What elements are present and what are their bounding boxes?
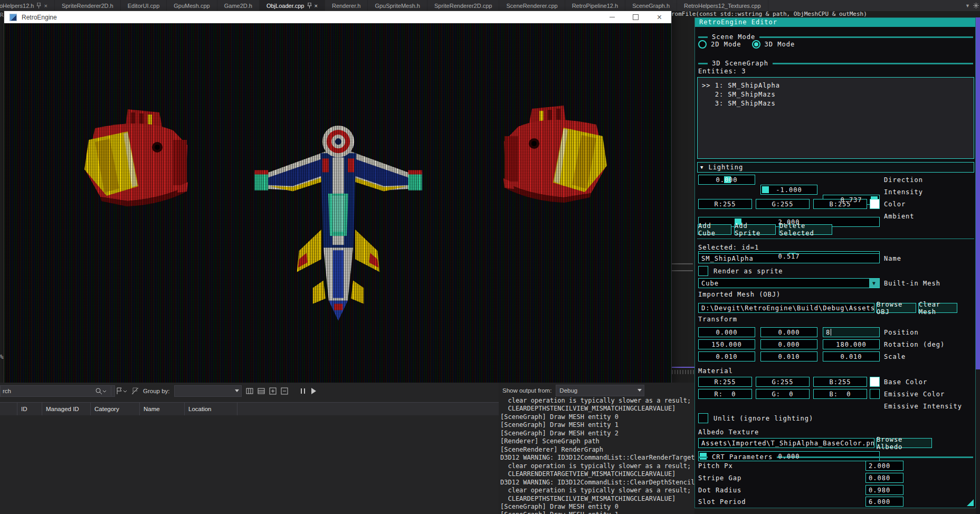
column-header-id[interactable]: ID [17,403,42,415]
close-icon[interactable]: × [315,3,318,9]
column-header-name[interactable]: Name [140,403,185,415]
tab-retropipeline12[interactable]: RetroPipeline12.h [565,0,625,11]
tab-spriterenderer2d-cpp[interactable]: SpriteRenderer2D.cpp [427,0,499,11]
list-item[interactable]: >> 1: SM_ShipAlpha [702,82,780,89]
chevron-down-icon[interactable]: ▼ [965,3,970,8]
resize-grip[interactable] [967,499,974,506]
light-color-g[interactable]: G:255 [756,199,810,209]
albedo-path-input[interactable]: Assets\Imported\T_ShipAlpha_BaseColor.pn… [698,438,874,448]
chevron-down-icon[interactable]: ▼ [869,279,879,288]
position-z-field[interactable]: 8 [823,327,880,337]
unlit-checkbox[interactable] [698,413,708,423]
tab-gpuspritemesh[interactable]: GpuSpriteMesh.h [368,0,427,11]
expand-all-icon[interactable] [269,387,277,395]
tab-spriterenderer2d-h[interactable]: SpriteRenderer2D.h [55,0,121,11]
builtin-mesh-combo[interactable]: Cube ▼ [698,278,880,288]
tab-scenerenderer[interactable]: SceneRenderer.cpp [499,0,565,11]
text-caret [831,329,831,336]
close-button[interactable]: × [648,11,671,23]
base-color-r[interactable]: R:255 [698,377,752,387]
position-x-field[interactable]: 0.000 [698,327,755,337]
columns-icon[interactable] [246,387,253,395]
minimap-fragment [672,370,694,374]
column-header-managed-id[interactable]: Managed ID [42,403,91,415]
pause-icon[interactable] [300,387,306,395]
rotation-y-field[interactable]: 0.000 [760,339,817,349]
tab-editorui[interactable]: EditorUI.cpp [121,0,167,11]
scale-z-field[interactable]: 0.010 [823,351,880,361]
list-item[interactable]: 2: SM_ShipMazs [702,91,776,98]
clear-mesh-button[interactable]: Clear Mesh [918,303,957,313]
tab-options-icon[interactable] [973,1,979,11]
emissive-color-b[interactable]: B: 0 [813,389,867,399]
radio-3d-mode[interactable] [752,40,760,49]
radio-2d-mode[interactable] [698,40,707,49]
rotation-x-field[interactable]: 150.000 [698,339,755,349]
render-as-sprite-checkbox[interactable] [698,266,708,276]
base-color-b[interactable]: B:255 [813,377,867,387]
group-by-combo[interactable] [174,385,242,397]
base-color-g[interactable]: G:255 [756,377,810,387]
emissive-color-r[interactable]: R: 0 [698,389,752,399]
play-icon[interactable] [310,387,317,395]
add-cube-button[interactable]: Add Cube [698,224,731,235]
panel-title-bar[interactable]: RetroEngine Editor [695,18,975,27]
lighting-header[interactable]: ▼ Lighting [697,162,974,173]
threads-table-body[interactable] [0,415,499,514]
minimize-button[interactable] [600,11,624,23]
app-icon [9,14,17,21]
emissive-color-label: Emissive Color [884,389,945,399]
collapse-all-icon[interactable] [281,387,288,395]
column-header-location[interactable]: Location [185,403,237,415]
tab-game2d[interactable]: Game2D.h [217,0,260,11]
crt-viewport[interactable] [4,23,671,383]
tab-renderer[interactable]: Renderer.h [325,0,368,11]
flag-filter-icon[interactable] [116,387,127,395]
delete-selected-button[interactable]: Delete Selected [779,224,832,235]
emissive-color-swatch[interactable] [870,389,880,399]
rows-icon[interactable] [258,387,265,395]
maximize-button[interactable] [624,11,648,23]
flag-clear-icon[interactable] [131,387,139,395]
pitch-px-input[interactable]: 2.000 [865,461,903,471]
add-sprite-button[interactable]: Add Sprite [734,224,776,235]
browse-albedo-button[interactable]: Browse Albedo [876,438,932,448]
stripe-gap-input[interactable]: 0.080 [865,473,903,483]
column-header-category[interactable]: Category [91,403,140,415]
pin-icon[interactable] [36,3,41,8]
slot-period-input[interactable]: 6.000 [865,497,903,507]
light-color-swatch[interactable] [870,199,880,209]
scale-x-field[interactable]: 0.010 [698,351,755,361]
tab-retrohelpers12-textures[interactable]: RetroHelpers12_Textures.cpp [677,0,768,11]
window-title-bar[interactable]: RetroEngine × [4,11,671,23]
tab-label: GpuSpriteMesh.h [375,3,420,9]
flag-column-header[interactable] [0,403,17,415]
direction-label: Direction [884,175,923,185]
entity-listbox[interactable]: >> 1: SM_ShipAlpha 2: SM_ShipMazs 3: SM_… [697,77,974,159]
divider [672,263,693,264]
tab-label: SpriteRenderer2D.h [62,3,113,9]
tab-gpumesh[interactable]: GpuMesh.cpp [167,0,217,11]
close-icon[interactable]: × [44,3,47,9]
direction-y-slider[interactable]: -1.000 [760,185,817,195]
vertical-scrollbar[interactable] [976,17,980,369]
tab-scenegraph[interactable]: SceneGraph.h [625,0,677,11]
scale-y-field[interactable]: 0.010 [760,351,817,361]
ambient-label: Ambient [884,211,915,221]
pin-icon[interactable] [307,3,312,8]
rotation-z-field[interactable]: 180.000 [823,339,880,349]
list-item[interactable]: 3: SM_ShipMazs [702,100,776,107]
emissive-color-g[interactable]: G: 0 [756,389,810,399]
position-y-field[interactable]: 0.000 [760,327,817,337]
mesh-path-input[interactable]: D:\Devgit\RetroEngine\Build\Debug\Assets… [698,303,874,313]
dot-radius-input[interactable]: 0.980 [865,485,903,495]
browse-obj-button[interactable]: Browse OBJ [876,303,916,313]
search-icon[interactable] [95,387,107,395]
output-source-combo[interactable]: Debug [556,385,644,396]
tab-objloader[interactable]: ObjLoader.cpp × [260,0,325,11]
base-color-swatch[interactable] [870,377,880,387]
tab-ohelpers12[interactable]: oHelpers12.h × [0,0,55,11]
light-color-r[interactable]: R:255 [698,199,752,209]
tab-label: SceneRenderer.cpp [506,3,557,9]
direction-x-slider[interactable]: 0.000 [698,175,755,185]
